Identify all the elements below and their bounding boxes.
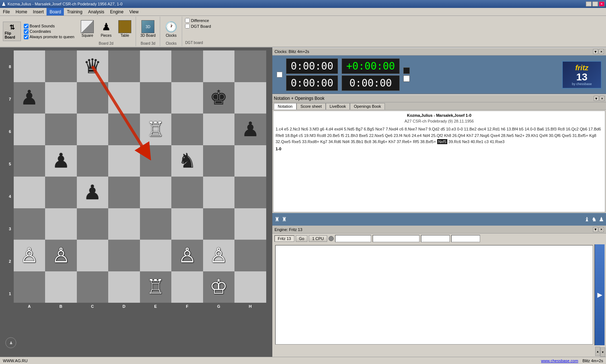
square-c1[interactable] (77, 271, 109, 303)
square-h7[interactable] (234, 82, 266, 114)
square-e3[interactable] (140, 208, 172, 240)
tab-notation[interactable]: Notation (274, 103, 297, 110)
square-g8[interactable] (203, 50, 235, 82)
engine-cpu-button[interactable]: 1 CPU (309, 235, 327, 242)
square-c2[interactable] (77, 240, 109, 271)
square-button[interactable]: Square (79, 19, 96, 39)
close-button[interactable]: ✕ (599, 1, 605, 6)
square-d2[interactable] (108, 240, 140, 271)
square-g4[interactable] (203, 177, 235, 208)
square-b1[interactable] (45, 271, 77, 303)
engine-input-2[interactable] (373, 235, 420, 242)
square-f1[interactable] (171, 271, 203, 303)
square-d4[interactable] (108, 177, 140, 208)
square-f2[interactable]: ♙ (171, 240, 203, 271)
square-b5[interactable]: ♟ (45, 145, 77, 177)
square-d3[interactable] (108, 208, 140, 240)
square-e6[interactable]: ♖ (140, 114, 172, 145)
square-a6[interactable] (14, 114, 45, 145)
square-b7[interactable] (45, 82, 77, 114)
menu-insert[interactable]: Insert (30, 8, 47, 15)
clock-checkbox-1[interactable] (277, 72, 282, 77)
square-h3[interactable] (234, 208, 266, 240)
square-h1[interactable] (234, 271, 266, 303)
square-g3[interactable] (203, 208, 235, 240)
maximize-button[interactable]: □ (592, 1, 598, 6)
notation-minimize-btn[interactable]: ▼ (594, 96, 599, 101)
panel-minimize-btn[interactable]: ▼ (593, 49, 598, 54)
square-h2[interactable] (234, 240, 266, 271)
menu-engine[interactable]: Engine (107, 8, 126, 15)
menu-file[interactable]: File (0, 8, 13, 15)
square-d6[interactable] (108, 114, 140, 145)
square-f6[interactable] (171, 114, 203, 145)
board-sounds-checkbox[interactable] (24, 24, 28, 28)
square-b2[interactable]: ♙ (45, 240, 77, 271)
square-e8[interactable] (140, 50, 172, 82)
square-e7[interactable] (140, 82, 172, 114)
square-c3[interactable] (77, 208, 109, 240)
tab-livebook[interactable]: LiveBook (326, 103, 350, 110)
square-d1[interactable] (108, 271, 140, 303)
square-a1[interactable] (14, 271, 45, 303)
engine-input-1[interactable] (335, 235, 371, 242)
scroll-down-btn[interactable]: ▼ (600, 347, 605, 357)
square-d7[interactable] (108, 82, 140, 114)
minimize-button[interactable]: ─ (586, 1, 592, 6)
square-f4[interactable] (171, 177, 203, 208)
pieces-button[interactable]: ♟ Pieces (97, 19, 115, 39)
scroll-up-btn[interactable]: ▲ (595, 347, 600, 356)
tab-score-sheet[interactable]: Score sheet (297, 103, 326, 110)
square-b4[interactable] (45, 177, 77, 208)
flip-board-button[interactable]: ⇅ Flip Board (3, 22, 21, 41)
square-g5[interactable] (203, 145, 235, 177)
board3d-button[interactable]: 3D 3D Board (138, 19, 158, 39)
square-g2[interactable]: ♙ (203, 240, 235, 271)
square-a8[interactable] (14, 50, 45, 82)
notation-close-btn[interactable]: ✕ (600, 96, 605, 101)
engine-close-btn[interactable]: ✕ (599, 227, 604, 232)
square-a5[interactable] (14, 145, 45, 177)
square-c4[interactable]: ♟ (77, 177, 109, 208)
highlighted-move[interactable]: Nxf5 (437, 139, 448, 144)
square-a2[interactable]: ♙ (14, 240, 45, 271)
square-b6[interactable] (45, 114, 77, 145)
square-d8[interactable] (108, 50, 140, 82)
square-e1[interactable]: ♖ (140, 271, 172, 303)
dgt-board-checkbox[interactable] (185, 24, 190, 28)
square-g1[interactable]: ♔ (203, 271, 235, 303)
square-f7[interactable] (171, 82, 203, 114)
square-a4[interactable] (14, 177, 45, 208)
panel-close-btn[interactable]: ✕ (599, 49, 604, 54)
square-f3[interactable] (171, 208, 203, 240)
square-a7[interactable]: ♟ (14, 82, 45, 114)
square-b8[interactable] (45, 50, 77, 82)
menu-view[interactable]: View (126, 8, 141, 15)
square-c5[interactable] (77, 145, 109, 177)
chessbase-link[interactable]: www.chessbase.com (541, 359, 578, 363)
menu-training[interactable]: Training (64, 8, 85, 15)
square-e2[interactable] (140, 240, 172, 271)
square-d5[interactable] (108, 145, 140, 177)
engine-input-3[interactable] (421, 235, 450, 242)
square-e5[interactable] (140, 145, 172, 177)
table-button[interactable]: Table (116, 19, 133, 39)
square-h4[interactable] (234, 177, 266, 208)
square-h8[interactable] (234, 50, 266, 82)
menu-home[interactable]: Home (13, 8, 30, 15)
menu-analysis[interactable]: Analysis (85, 8, 107, 15)
menu-board[interactable]: Board (47, 8, 64, 15)
square-c8[interactable]: ♛ (77, 50, 109, 82)
square-a3[interactable] (14, 208, 45, 240)
square-f5[interactable]: ♞ (171, 145, 203, 177)
square-e4[interactable] (140, 177, 172, 208)
difference-checkbox[interactable] (185, 18, 190, 23)
engine-input-4[interactable] (451, 235, 480, 242)
square-g7[interactable]: ♚ (203, 82, 235, 114)
square-g6[interactable] (203, 114, 235, 145)
tab-openings-book[interactable]: Openings Book (350, 103, 385, 110)
square-h5[interactable] (234, 145, 266, 177)
chessboard[interactable]: ♛ ♟ ♚ (14, 50, 266, 303)
engine-go-button[interactable]: Go (296, 235, 308, 242)
engine-expand-button[interactable]: ▶ (594, 244, 605, 345)
